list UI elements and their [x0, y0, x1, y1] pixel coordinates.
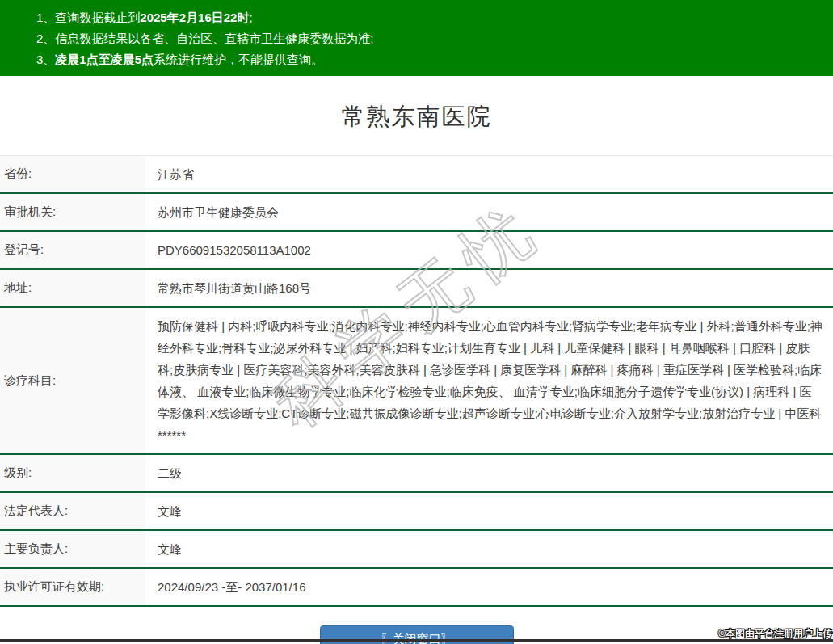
row-value: 二级	[145, 455, 833, 491]
table-row: 登记号:PDY66091532058113A1002	[0, 232, 833, 270]
table-row: 法定代表人:文峰	[0, 493, 833, 531]
row-value: PDY66091532058113A1002	[145, 232, 833, 268]
notice-banner: 1、查询数据截止到2025年2月16日22时;2、信息数据结果以各省、自治区、直…	[0, 0, 833, 76]
image-credit-watermark: ©本图由平台注册用户上传	[718, 627, 832, 641]
table-row: 审批机关:苏州市卫生健康委员会	[0, 194, 833, 232]
row-value: 文峰	[145, 531, 833, 567]
row-value: 2024/09/23 -至- 2037/01/16	[145, 569, 833, 605]
row-value: 江苏省	[145, 156, 833, 192]
row-value: 常熟市琴川街道黄山路168号	[145, 270, 833, 306]
row-label: 地址:	[0, 270, 145, 306]
row-label: 级别:	[0, 455, 145, 491]
row-label: 法定代表人:	[0, 493, 145, 529]
info-table: 省份:江苏省审批机关:苏州市卫生健康委员会登记号:PDY660915320581…	[0, 155, 833, 607]
row-value: 文峰	[145, 493, 833, 529]
table-row: 地址:常熟市琴川街道黄山路168号	[0, 270, 833, 308]
bottom-bar	[0, 639, 833, 642]
row-label: 省份:	[0, 156, 145, 192]
table-row: 执业许可证有效期:2024/09/23 -至- 2037/01/16	[0, 569, 833, 607]
table-row: 级别:二级	[0, 455, 833, 493]
notice-list: 1、查询数据截止到2025年2月16日22时;2、信息数据结果以各省、自治区、直…	[36, 7, 833, 70]
notice-line: 3、凌晨1点至凌晨5点系统进行维护，不能提供查询。	[36, 49, 833, 70]
table-row: 省份:江苏省	[0, 156, 833, 194]
row-label: 主要负责人:	[0, 531, 145, 567]
row-label: 诊疗科目:	[0, 308, 145, 453]
row-label: 审批机关:	[0, 194, 145, 230]
table-row: 诊疗科目:预防保健科 | 内科;呼吸内科专业;消化内科专业;神经内科专业;心血管…	[0, 308, 833, 455]
hospital-detail-page: 1、查询数据截止到2025年2月16日22时;2、信息数据结果以各省、自治区、直…	[0, 0, 833, 644]
notice-line: 1、查询数据截止到2025年2月16日22时;	[36, 7, 833, 28]
row-label: 登记号:	[0, 232, 145, 268]
row-value: 苏州市卫生健康委员会	[145, 194, 833, 230]
row-label: 执业许可证有效期:	[0, 569, 145, 605]
row-value: 预防保健科 | 内科;呼吸内科专业;消化内科专业;神经内科专业;心血管内科专业;…	[145, 308, 833, 453]
table-row: 主要负责人:文峰	[0, 531, 833, 569]
notice-line: 2、信息数据结果以各省、自治区、直辖市卫生健康委数据为准;	[36, 28, 833, 49]
page-title: 常熟东南医院	[0, 76, 833, 133]
